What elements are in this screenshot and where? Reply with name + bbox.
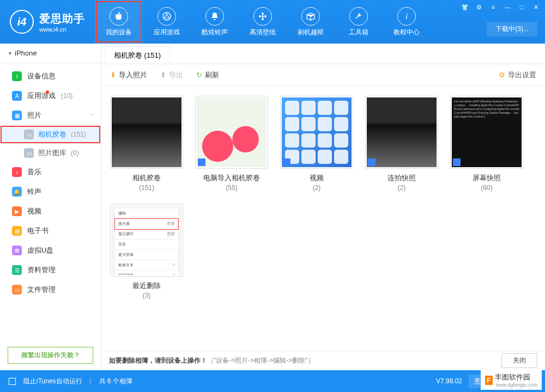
export-button[interactable]: ⬆ 导出	[160, 70, 183, 80]
sidebar-subitem[interactable]: ▭照片图库 (0)	[0, 144, 101, 162]
album-item[interactable]: 相机胶卷(151)	[110, 96, 183, 192]
svg-point-3	[262, 18, 264, 20]
sidebar-icon: ▭	[12, 285, 22, 295]
chevron-down-icon: ▾	[9, 50, 11, 56]
tab-bar: 相机胶卷 (151)	[101, 44, 545, 64]
nav-appstore[interactable]: 应用游戏	[143, 0, 191, 44]
help-link[interactable]: 频繁出现操作失败？	[8, 347, 93, 364]
appstore-icon	[158, 7, 176, 26]
nav-box[interactable]: 刷机越狱	[287, 0, 335, 44]
album-thumb	[110, 96, 183, 169]
album-count-summary: 共 6 个相簿	[99, 377, 132, 386]
svg-text:i: i	[405, 12, 408, 21]
sidebar: ▾ iPhone i设备信息A应用游戏(10)▦照片﹀▭相机胶卷 (151)▭照…	[0, 44, 101, 370]
badge-dot	[46, 90, 49, 94]
album-count: (3)	[143, 292, 151, 299]
sidebar-item[interactable]: ♪音乐	[0, 162, 101, 182]
sidebar-icon: ▤	[12, 226, 22, 236]
sidebar-icon: ♪	[12, 167, 22, 177]
close-icon[interactable]: ✕	[532, 3, 540, 11]
settings-icon[interactable]: ⚙	[475, 3, 483, 11]
nav-apple[interactable]: 我的设备	[95, 0, 143, 44]
device-selector[interactable]: ▾ iPhone	[0, 44, 101, 63]
app-name: 爱思助手	[39, 11, 85, 26]
refresh-button[interactable]: ↻ 刷新	[196, 70, 219, 80]
info-icon: i	[397, 7, 416, 26]
skin-icon[interactable]: 👕	[461, 3, 469, 11]
sidebar-icon: ☰	[12, 265, 22, 275]
nav-label: 酷炫铃声	[202, 28, 228, 37]
sidebar-list: i设备信息A应用游戏(10)▦照片﹀▭相机胶卷 (151)▭照片图库 (0)♪音…	[0, 63, 101, 340]
sidebar-item[interactable]: ▶视频	[0, 201, 101, 221]
bell-icon	[205, 7, 224, 26]
nav-label: 应用游戏	[154, 28, 180, 37]
nav-bell[interactable]: 酷炫铃声	[191, 0, 239, 44]
sidebar-item[interactable]: ▦照片﹀	[0, 106, 101, 125]
nav-label: 我的设备	[106, 28, 132, 37]
watermark: F 丰图软件园www.dgfengtu.com	[481, 370, 542, 390]
album-item[interactable]: 连拍快照(2)	[365, 96, 438, 192]
album-thumb	[280, 96, 353, 169]
export-icon: ⬆	[160, 71, 166, 79]
sidebar-icon: ⛃	[12, 246, 22, 255]
album-count: (2)	[398, 184, 406, 192]
tab-camera-roll[interactable]: 相机胶卷 (151)	[105, 46, 170, 64]
album-count: (60)	[481, 184, 492, 192]
import-button[interactable]: ⬇ 导入照片	[110, 70, 147, 80]
sidebar-item[interactable]: ☰资料管理	[0, 260, 101, 280]
sidebar-subitem[interactable]: ▭相机胶卷 (151)	[0, 125, 101, 144]
wrench-icon	[349, 7, 368, 26]
main-panel: 相机胶卷 (151) ⬇ 导入照片 ⬆ 导出 ↻ 刷新 ⚙ 导出设置 相机胶卷(…	[101, 44, 545, 370]
album-grid: 相机胶卷(151)电脑导入相机胶卷(55)视频(2)连拍快照(2)com.cer…	[101, 86, 545, 351]
shortcut-icon	[368, 158, 376, 166]
album-count: (2)	[313, 184, 321, 192]
album-name: 电脑导入相机胶卷	[203, 173, 260, 183]
sidebar-item[interactable]: 🔔铃声	[0, 182, 101, 201]
svg-point-5	[264, 15, 267, 17]
album-name: 视频	[310, 173, 324, 183]
nav-flower[interactable]: 高清壁纸	[239, 0, 287, 44]
maximize-icon[interactable]: □	[518, 3, 525, 11]
download-status-button[interactable]: 下载中(3)...	[487, 22, 537, 36]
folder-icon: ▭	[24, 130, 34, 139]
album-name: 屏幕快照	[473, 173, 501, 183]
album-item[interactable]: com.cernalhas at224 (Reading database) P…	[450, 96, 523, 192]
gear-icon: ⚙	[499, 71, 505, 79]
hint-bar: 如要删除相簿，请到设备上操作！（"设备->照片->相簿->编辑->删除"） 关闭	[101, 351, 545, 370]
svg-point-4	[259, 15, 261, 17]
album-name: 最近删除	[132, 281, 161, 291]
sidebar-item[interactable]: i设备信息	[0, 66, 101, 86]
block-itunes-checkbox[interactable]	[9, 378, 16, 385]
flower-icon	[253, 7, 272, 26]
sidebar-icon: 🔔	[12, 187, 22, 197]
shortcut-icon	[283, 158, 290, 166]
album-name: 连拍快照	[387, 173, 416, 183]
album-count: (55)	[226, 184, 237, 192]
app-header: i4 爱思助手 www.i4.cn 我的设备应用游戏酷炫铃声高清壁纸刷机越狱工具…	[0, 0, 545, 44]
export-settings-button[interactable]: ⚙ 导出设置	[499, 70, 536, 80]
album-thumb: 辅助放大器打开显示调节打开语音更大字体粗体文本○按钮形状○降低透明度	[110, 204, 183, 277]
logo-icon: i4	[10, 10, 34, 34]
album-item[interactable]: 辅助放大器打开显示调节打开语音更大字体粗体文本○按钮形状○降低透明度最近删除(3…	[110, 204, 183, 299]
device-name: iPhone	[15, 49, 37, 57]
close-button[interactable]: 关闭	[501, 353, 537, 368]
nav-wrench[interactable]: 工具箱	[335, 0, 383, 44]
nav-label: 刷机越狱	[298, 28, 324, 37]
menu-icon[interactable]: ≡	[489, 3, 497, 11]
sidebar-item[interactable]: A应用游戏(10)	[0, 86, 101, 106]
version-label: V7.98.02	[436, 377, 462, 385]
album-item[interactable]: 电脑导入相机胶卷(55)	[195, 96, 268, 192]
sidebar-item[interactable]: ▭文件管理	[0, 280, 101, 299]
nav-info[interactable]: i教程中心	[383, 0, 431, 44]
sidebar-item[interactable]: ▤电子书	[0, 221, 101, 241]
sidebar-icon: A	[12, 91, 22, 101]
album-count: (151)	[139, 184, 154, 192]
album-item[interactable]: 视频(2)	[280, 96, 353, 192]
apple-icon	[110, 7, 128, 26]
block-itunes-label: 阻止iTunes自动运行	[23, 377, 82, 386]
sidebar-icon: ▶	[12, 206, 22, 216]
sidebar-icon: ▦	[12, 111, 22, 120]
window-controls: 👕 ⚙ ≡ — □ ✕	[461, 3, 540, 11]
sidebar-item[interactable]: ⛃虚拟U盘	[0, 241, 101, 260]
minimize-icon[interactable]: —	[504, 3, 511, 11]
